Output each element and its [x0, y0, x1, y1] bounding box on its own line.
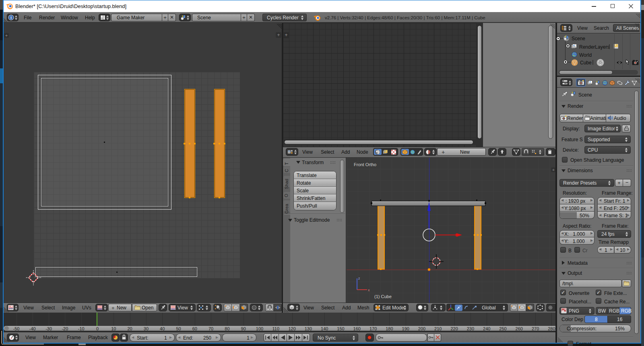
svg-text:i: i [10, 15, 12, 20]
svg-text:x: x [368, 288, 370, 292]
svg-text:z: z [358, 276, 360, 280]
